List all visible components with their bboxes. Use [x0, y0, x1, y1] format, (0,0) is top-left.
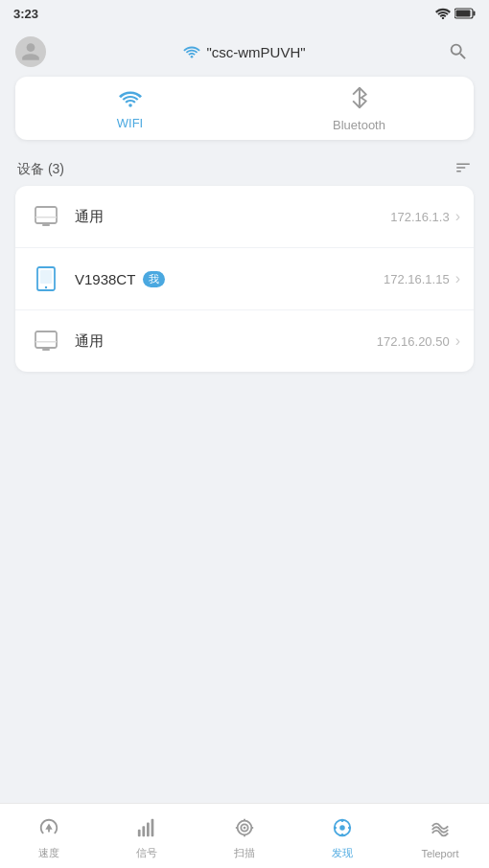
svg-rect-6: [35, 207, 57, 223]
svg-rect-15: [138, 830, 141, 836]
svg-rect-14: [42, 349, 50, 351]
chevron-icon-2: ›: [455, 270, 460, 287]
nav-signal[interactable]: 信号: [98, 811, 196, 860]
search-icon: [448, 41, 469, 62]
speed-svg: [38, 817, 59, 838]
device-name-1: 通用: [75, 208, 104, 226]
scan-icon: [234, 817, 255, 843]
bluetooth-tab-icon: [350, 86, 369, 115]
device-right-1: 172.16.1.3 ›: [390, 208, 460, 225]
teleport-icon: [430, 819, 451, 845]
bluetooth-icon: [350, 86, 369, 109]
chevron-icon-1: ›: [455, 208, 460, 225]
nav-discover[interactable]: 发现: [293, 811, 391, 860]
nav-speed[interactable]: 速度: [0, 811, 98, 860]
tab-wifi[interactable]: WIFI: [15, 77, 244, 140]
nav-discover-label: 发现: [332, 846, 353, 860]
tab-bluetooth[interactable]: Bluetooth: [244, 77, 474, 140]
device-right-3: 172.16.20.50 ›: [377, 332, 460, 350]
svg-point-0: [442, 17, 444, 19]
device-row[interactable]: 通用 172.16.20.50 ›: [15, 310, 474, 372]
battery-icon: [454, 8, 476, 19]
device-ip-1: 172.16.1.3: [390, 210, 449, 224]
svg-point-10: [45, 286, 47, 288]
svg-point-29: [341, 834, 344, 836]
chevron-icon-3: ›: [455, 332, 460, 350]
device-right-2: 172.16.1.15 ›: [384, 270, 460, 287]
device-list: 通用 172.16.1.3 › V1938CT 我 172.16.1.15: [15, 186, 474, 372]
device-type-icon-1: [29, 199, 63, 234]
bottom-nav: 速度 信号 扫描: [0, 803, 489, 868]
generic-device-icon-3: [33, 328, 59, 354]
nav-teleport[interactable]: Teleport: [391, 813, 489, 859]
sort-svg: [454, 159, 472, 176]
svg-point-4: [191, 56, 194, 58]
tablet-device-icon: [33, 265, 59, 292]
section-title: 设备 (3): [17, 161, 64, 178]
device-info-2: V1938CT 我: [75, 271, 384, 287]
section-header: 设备 (3): [15, 153, 474, 186]
device-ip-3: 172.16.20.50: [377, 334, 450, 349]
speed-icon: [38, 817, 59, 843]
teleport-svg: [430, 819, 451, 840]
me-badge: 我: [143, 271, 165, 287]
signal-icon: [136, 817, 157, 843]
tab-bar: WIFI Bluetooth: [15, 77, 474, 140]
signal-svg: [136, 817, 157, 838]
sort-icon[interactable]: [454, 159, 472, 180]
svg-rect-13: [35, 341, 57, 343]
svg-point-28: [341, 819, 344, 822]
wifi-icon: [119, 90, 142, 107]
svg-point-5: [128, 103, 132, 107]
svg-rect-8: [42, 224, 50, 226]
svg-point-21: [244, 827, 246, 830]
ssid-text: "csc-wmPUVH": [206, 44, 305, 60]
nav-teleport-label: Teleport: [421, 848, 458, 859]
svg-rect-11: [40, 270, 52, 284]
device-type-icon-2: [29, 262, 63, 296]
device-name-2: V1938CT: [75, 271, 135, 287]
person-icon: [20, 41, 41, 62]
wifi-tab-label: WIFI: [117, 116, 143, 130]
device-section: 设备 (3) 通用 172.16.1.3 ›: [15, 153, 474, 372]
device-name-3: 通用: [75, 332, 104, 351]
avatar[interactable]: [15, 36, 46, 67]
generic-device-icon-1: [33, 203, 59, 230]
device-info-3: 通用: [75, 332, 377, 351]
svg-point-31: [348, 827, 351, 830]
svg-point-30: [334, 827, 337, 830]
device-type-icon-3: [29, 324, 63, 358]
nav-scan[interactable]: 扫描: [196, 811, 293, 860]
device-info-1: 通用: [75, 208, 390, 226]
status-time: 3:23: [13, 7, 38, 21]
device-row[interactable]: 通用 172.16.1.3 ›: [15, 186, 474, 248]
header-ssid: "csc-wmPUVH": [183, 44, 305, 60]
header: "csc-wmPUVH": [0, 27, 489, 77]
bluetooth-tab-label: Bluetooth: [333, 118, 385, 132]
svg-rect-2: [474, 11, 476, 16]
discover-svg: [332, 817, 353, 838]
wifi-tab-icon: [119, 88, 142, 113]
svg-rect-3: [456, 11, 471, 17]
status-icons: [435, 8, 476, 19]
device-ip-2: 172.16.1.15: [384, 272, 450, 286]
device-row[interactable]: V1938CT 我 172.16.1.15 ›: [15, 248, 474, 310]
nav-speed-label: 速度: [38, 846, 59, 860]
svg-rect-18: [151, 819, 154, 836]
status-bar: 3:23: [0, 0, 489, 27]
scan-svg: [234, 817, 255, 838]
svg-point-27: [339, 825, 345, 831]
svg-rect-12: [35, 331, 57, 348]
wifi-header-icon: [183, 45, 200, 58]
svg-rect-7: [35, 217, 57, 218]
svg-rect-16: [142, 826, 145, 836]
search-button[interactable]: [443, 36, 474, 67]
svg-rect-17: [147, 823, 150, 837]
nav-signal-label: 信号: [136, 846, 157, 860]
signal-strength-icon: [435, 8, 451, 19]
discover-icon: [332, 817, 353, 843]
nav-scan-label: 扫描: [234, 846, 255, 860]
